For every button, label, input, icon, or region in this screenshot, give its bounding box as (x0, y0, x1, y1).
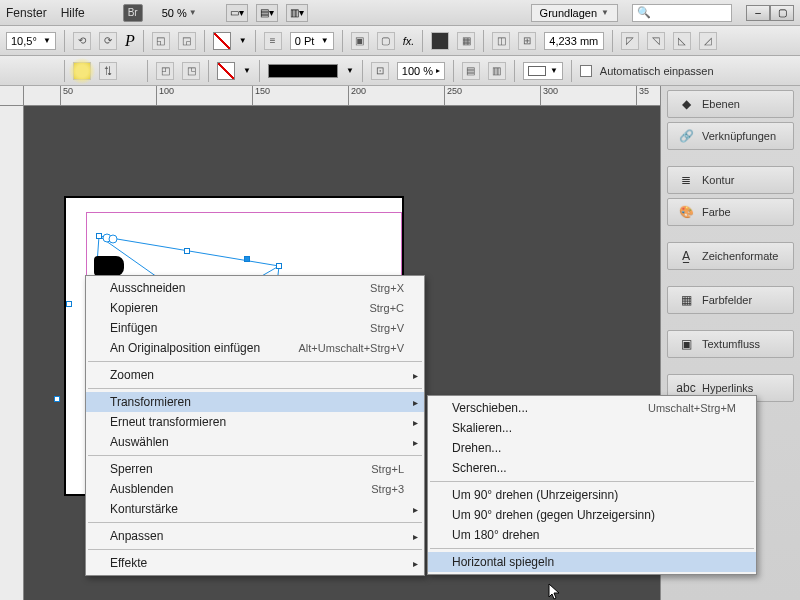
view-options-group: ▭▾ ▤▾ ▥▾ (226, 4, 308, 22)
fx-icon[interactable]: fx. (403, 35, 415, 47)
zoom-level-value: 50 % (162, 7, 187, 19)
ctx-konturstaerke[interactable]: Konturstärke (86, 499, 424, 519)
workspace-label: Grundlagen (540, 7, 598, 19)
p-icon: P (125, 32, 135, 50)
flip-vertical-icon-2[interactable]: ⮁ (99, 62, 117, 80)
sub-90-ccw[interactable]: Um 90° drehen (gegen Uhrzeigersinn) (428, 505, 756, 525)
sub-90-cw[interactable]: Um 90° drehen (Uhrzeigersinn) (428, 485, 756, 505)
sub-180[interactable]: Um 180° drehen (428, 525, 756, 545)
panel-verknuepfungen[interactable]: 🔗Verknüpfungen (667, 122, 794, 150)
menu-hilfe[interactable]: Hilfe (61, 6, 85, 20)
panel-ebenen[interactable]: ◆Ebenen (667, 90, 794, 118)
rotation-field[interactable]: 10,5°▼ (6, 32, 56, 50)
ctx-divider (88, 361, 422, 362)
flip-horizontal-icon-2[interactable]: ⮀ (73, 62, 91, 80)
ctx-zoomen[interactable]: Zoomen (86, 365, 424, 385)
submenu-transformieren: Verschieben...Umschalt+Strg+M Skalieren.… (427, 395, 757, 575)
ruler-origin[interactable] (0, 86, 24, 106)
panel-textumfluss[interactable]: ▣Textumfluss (667, 330, 794, 358)
selection-handle[interactable] (66, 301, 72, 307)
menu-fenster[interactable]: Fenster (6, 6, 47, 20)
char-styles-icon: A̲ (678, 249, 694, 263)
text-wrap-jump-icon[interactable]: ▤ (462, 62, 480, 80)
stroke-style-combo[interactable] (268, 64, 338, 78)
workspace-switcher[interactable]: Grundlagen ▼ (531, 4, 618, 22)
ctx-divider (88, 388, 422, 389)
bridge-icon[interactable]: Br (123, 4, 143, 22)
vertical-ruler[interactable] (0, 106, 24, 600)
opacity-field[interactable]: 100 %▸ (397, 62, 445, 80)
ctx-erneut-transformieren[interactable]: Erneut transformieren (86, 412, 424, 432)
arrange-icon[interactable]: ▥▾ (286, 4, 308, 22)
screen-mode-icon[interactable]: ▭▾ (226, 4, 248, 22)
search-input[interactable]: 🔍 (632, 4, 732, 22)
ctx-ausschneiden[interactable]: AusschneidenStrg+X (86, 278, 424, 298)
context-menu: AusschneidenStrg+X KopierenStrg+C Einfüg… (85, 275, 425, 576)
auto-fit-checkbox[interactable] (580, 65, 592, 77)
ctx-originalpos-einfuegen[interactable]: An Originalposition einfügenAlt+Umschalt… (86, 338, 424, 358)
no-stroke-icon[interactable] (217, 62, 235, 80)
panel-farbfelder[interactable]: ▦Farbfelder (667, 286, 794, 314)
text-wrap-shape-icon[interactable]: ▦ (457, 32, 475, 50)
sub-drehen[interactable]: Drehen... (428, 438, 756, 458)
sub-divider (430, 481, 754, 482)
center-content-icon[interactable]: ⊡ (371, 62, 389, 80)
ctx-anpassen[interactable]: Anpassen (86, 526, 424, 546)
options-bar-1: 10,5°▼ ⟲ ⟳ P ◱ ◲ ▼ ≡ 0 Pt▼ ▣ ▢ fx. ▦ ◫ ⊞… (0, 26, 800, 56)
sub-skalieren[interactable]: Skalieren... (428, 418, 756, 438)
selection-handle[interactable] (54, 396, 60, 402)
fill-frame-prop-icon[interactable]: ▣ (351, 32, 369, 50)
color-icon: 🎨 (678, 205, 694, 219)
ctx-kopieren[interactable]: KopierenStrg+C (86, 298, 424, 318)
flip-vertical-icon[interactable]: ⟳ (99, 32, 117, 50)
ctx-transformieren[interactable]: Transformieren (86, 392, 424, 412)
placed-graphic[interactable] (94, 256, 124, 276)
fit-content-prop-icon[interactable]: ▢ (377, 32, 395, 50)
fit-combo[interactable]: ▼ (523, 62, 563, 80)
selection-handle[interactable] (276, 263, 282, 269)
no-fill-icon[interactable] (213, 32, 231, 50)
select-container-icon[interactable]: ◱ (152, 32, 170, 50)
ctx-effekte[interactable]: Effekte (86, 553, 424, 573)
ctx-divider (88, 455, 422, 456)
zoom-level-combo[interactable]: 50 % ▼ (157, 5, 202, 21)
panel-farbe[interactable]: 🎨Farbe (667, 198, 794, 226)
sub-verschieben[interactable]: Verschieben...Umschalt+Strg+M (428, 398, 756, 418)
text-wrap-none-icon[interactable]: ▥ (488, 62, 506, 80)
horizontal-ruler[interactable]: 50 100 150 200 250 300 35 (24, 86, 660, 106)
ctx-sperren[interactable]: SperrenStrg+L (86, 459, 424, 479)
select-next-icon[interactable]: ◳ (182, 62, 200, 80)
ctx-auswaehlen[interactable]: Auswählen (86, 432, 424, 452)
ctx-divider (88, 549, 422, 550)
sub-horizontal-spiegeln[interactable]: Horizontal spiegeln (428, 552, 756, 572)
corner-tr-icon[interactable]: ◹ (647, 32, 665, 50)
selection-handle[interactable] (96, 233, 102, 239)
minimize-button[interactable]: – (746, 5, 770, 21)
corner-br-icon[interactable]: ◿ (699, 32, 717, 50)
panel-kontur[interactable]: ≣Kontur (667, 166, 794, 194)
panel-zeichenformate[interactable]: A̲Zeichenformate (667, 242, 794, 270)
view-mode-icon[interactable]: ▤▾ (256, 4, 278, 22)
flip-horizontal-icon[interactable]: ⟲ (73, 32, 91, 50)
ctx-ausblenden[interactable]: AusblendenStrg+3 (86, 479, 424, 499)
text-wrap-bounding-icon[interactable] (431, 32, 449, 50)
ctx-einfuegen[interactable]: EinfügenStrg+V (86, 318, 424, 338)
auto-fit-label: Automatisch einpassen (600, 65, 714, 77)
window-controls: – ▢ (746, 5, 794, 21)
sub-scheren[interactable]: Scheren... (428, 458, 756, 478)
selection-handle[interactable] (184, 248, 190, 254)
chevron-down-icon: ▼ (189, 8, 197, 17)
corner-bl-icon[interactable]: ◺ (673, 32, 691, 50)
maximize-button[interactable]: ▢ (770, 5, 794, 21)
ref-dim-field[interactable]: 4,233 mm (544, 32, 604, 50)
menu-bar: Fenster Hilfe Br 50 % ▼ ▭▾ ▤▾ ▥▾ Grundla… (0, 0, 800, 26)
stroke-icon: ≣ (678, 173, 694, 187)
select-prev-icon[interactable]: ◰ (156, 62, 174, 80)
selection-center-handle[interactable] (244, 256, 250, 262)
corner-tl-icon[interactable]: ◸ (621, 32, 639, 50)
select-content-icon[interactable]: ◲ (178, 32, 196, 50)
options-bar-2: ⮀ ⮁ ◰ ◳ ▼ ▼ ⊡ 100 %▸ ▤ ▥ ▼ Automatisch e… (0, 56, 800, 86)
crop-icon[interactable]: ◫ (492, 32, 510, 50)
stroke-weight-field[interactable]: 0 Pt▼ (290, 32, 334, 50)
links-icon: 🔗 (678, 129, 694, 143)
